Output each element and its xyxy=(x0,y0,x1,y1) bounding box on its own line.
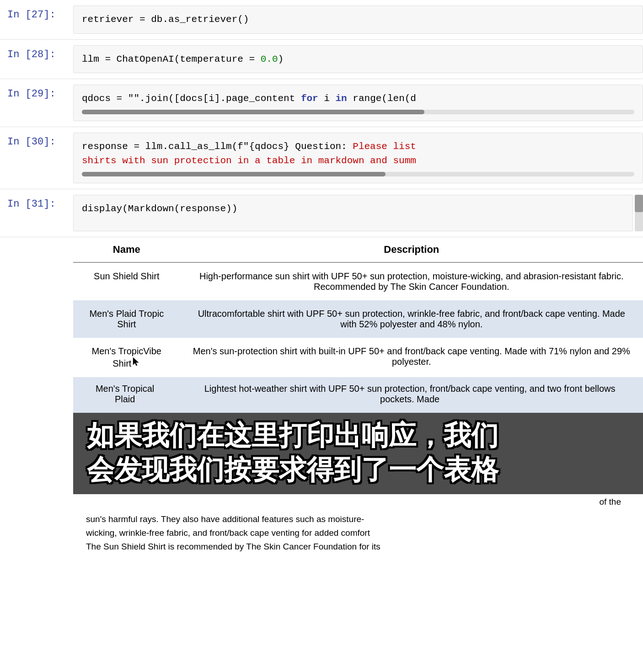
cell-28: In [28]: llm = ChatOpenAI(temperature = … xyxy=(0,40,643,80)
code-30-line1: response = llm.call_as_llm(f"{qdocs} Que… xyxy=(82,139,634,154)
scrollbar-vertical-31[interactable] xyxy=(635,195,643,231)
code-31: display(Markdown(response)) xyxy=(82,202,624,216)
cell-31: In [31]: display(Markdown(response)) xyxy=(0,189,643,237)
table-row: Sun Shield Shirt High-performance sun sh… xyxy=(73,262,643,300)
code-28-part2: ) xyxy=(278,54,284,64)
code-30-red2: shirts with sun protection in a table in… xyxy=(82,155,416,166)
code-29-in: in xyxy=(336,93,347,104)
svg-marker-0 xyxy=(133,357,139,366)
subtitle-line-1: 如果我们在这里打印出响应，我们 xyxy=(87,418,629,453)
cell-content-30[interactable]: response = llm.call_as_llm(f"{qdocs} Que… xyxy=(73,133,643,183)
summary-text: sun's harmful rays. They also have addit… xyxy=(73,509,643,561)
code-30-line2: shirts with sun protection in a table in… xyxy=(82,154,634,168)
table-header-description: Description xyxy=(180,237,643,262)
subtitle-line-2: 会发现我们按要求得到了一个表格 xyxy=(87,453,629,487)
scrollbar-29[interactable] xyxy=(82,110,634,114)
cell-31-wrapper: display(Markdown(response)) xyxy=(73,195,643,231)
partial-polyester: of the xyxy=(73,494,643,509)
cell-label-30: In [30]: xyxy=(0,133,73,151)
code-29-part2: i xyxy=(318,93,336,104)
code-28-num: 0.0 xyxy=(261,54,278,64)
table-cell-name-2: Men's Plaid Tropic Shirt xyxy=(73,300,180,338)
code-28-part1: llm = ChatOpenAI(temperature = xyxy=(82,54,261,64)
summary-line-2: wicking, wrinkle-free fabric, and front/… xyxy=(86,526,630,540)
markdown-table: Name Description Sun Shield Shirt High-p… xyxy=(73,237,643,377)
cell-label-28: In [28]: xyxy=(0,45,73,64)
cell-30: In [30]: response = llm.call_as_llm(f"{q… xyxy=(0,127,643,189)
table-header-name: Name xyxy=(73,237,180,262)
scrollbar-thumb-29 xyxy=(82,110,424,114)
code-29-part1: qdocs = "".join([docs[i].page_content xyxy=(82,93,301,104)
table-row: Men's TropicVibe Shirt Men's sun-protect… xyxy=(73,338,643,377)
overlay-section: Men's Tropical Plaid Lightest hot-weathe… xyxy=(73,377,643,509)
table-cell-name-1: Sun Shield Shirt xyxy=(73,262,180,300)
cell-label-27: In [27]: xyxy=(0,5,73,24)
scrollbar-30[interactable] xyxy=(82,172,634,176)
notebook-container: In [27]: retriever = db.as_retriever() I… xyxy=(0,0,643,561)
of-the-partial: of the xyxy=(599,497,630,507)
table-row: Men's Plaid Tropic Shirt Ultracomfortabl… xyxy=(73,300,643,338)
table-cell-desc-1: High-performance sun shirt with UPF 50+ … xyxy=(180,262,643,300)
tropical-name: Men's Tropical Plaid xyxy=(96,384,154,404)
output-area: Name Description Sun Shield Shirt High-p… xyxy=(0,237,643,561)
code-29-part3: range(len(d xyxy=(347,93,416,104)
cursor-icon xyxy=(132,357,140,369)
code-27: retriever = db.as_retriever() xyxy=(82,12,634,27)
table-cell-desc-tropical: Lightest hot-weather shirt with UPF 50+ … xyxy=(177,377,643,413)
cell-label-31: In [31]: xyxy=(0,195,73,213)
cell-label-29: In [29]: xyxy=(0,85,73,103)
tropical-desc-partial: Lightest hot-weather shirt with UPF 50+ … xyxy=(204,384,616,404)
summary-line-1: sun's harmful rays. They also have addit… xyxy=(86,512,630,526)
code-30-part1: response = llm.call_as_llm(f"{qdocs} Que… xyxy=(82,141,353,152)
cell-content-29[interactable]: qdocs = "".join([docs[i].page_content fo… xyxy=(73,85,643,121)
code-28: llm = ChatOpenAI(temperature = 0.0) xyxy=(82,52,634,67)
code-29-for: for xyxy=(301,93,318,104)
table-cell-name-3: Men's TropicVibe Shirt xyxy=(73,338,180,377)
cell-content-27[interactable]: retriever = db.as_retriever() xyxy=(73,5,643,34)
table-row-tropical: Men's Tropical Plaid Lightest hot-weathe… xyxy=(73,377,643,413)
cell-content-28[interactable]: llm = ChatOpenAI(temperature = 0.0) xyxy=(73,45,643,74)
table-cell-desc-3: Men's sun-protection shirt with built-in… xyxy=(180,338,643,377)
scrollbar-thumb-30 xyxy=(82,172,386,176)
scrollbar-vertical-thumb-31 xyxy=(635,195,643,212)
table-cell-name-tropical: Men's Tropical Plaid xyxy=(73,377,177,413)
cell-content-31[interactable]: display(Markdown(response)) xyxy=(73,195,633,231)
partial-table: Men's Tropical Plaid Lightest hot-weathe… xyxy=(73,377,643,413)
cell-29: In [29]: qdocs = "".join([docs[i].page_c… xyxy=(0,79,643,127)
summary-line-3: The Sun Shield Shirt is recommended by T… xyxy=(86,540,630,554)
table-cell-desc-2: Ultracomfortable shirt with UPF 50+ sun … xyxy=(180,300,643,338)
code-30-please: Please list xyxy=(353,141,416,152)
code-29: qdocs = "".join([docs[i].page_content fo… xyxy=(82,91,634,106)
subtitle-block: 如果我们在这里打印出响应，我们 会发现我们按要求得到了一个表格 xyxy=(73,413,643,494)
cell-27: In [27]: retriever = db.as_retriever() xyxy=(0,0,643,40)
